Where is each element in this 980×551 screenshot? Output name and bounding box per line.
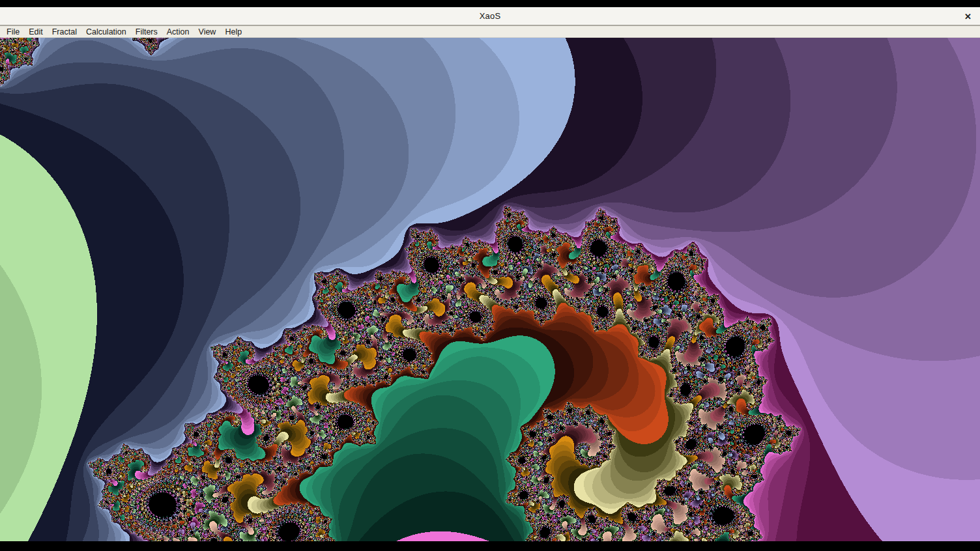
menu-item-action[interactable]: Action bbox=[162, 27, 194, 37]
menu-item-calculation[interactable]: Calculation bbox=[81, 27, 131, 37]
menu-item-edit[interactable]: Edit bbox=[24, 27, 48, 37]
menu-item-view[interactable]: View bbox=[194, 27, 221, 37]
desktop-area-bottom bbox=[0, 541, 980, 550]
menu-bar: FileEditFractalCalculationFiltersActionV… bbox=[0, 26, 980, 38]
fractal-canvas[interactable] bbox=[0, 38, 980, 541]
desktop-area-top bbox=[0, 0, 980, 7]
menu-item-fractal[interactable]: Fractal bbox=[48, 27, 81, 37]
menu-item-file[interactable]: File bbox=[2, 27, 24, 37]
title-bar: XaoS ✕ bbox=[0, 7, 980, 26]
window-title: XaoS bbox=[480, 11, 501, 21]
menu-item-help[interactable]: Help bbox=[220, 27, 246, 37]
close-icon[interactable]: ✕ bbox=[962, 12, 974, 20]
menu-item-filters[interactable]: Filters bbox=[131, 27, 162, 37]
